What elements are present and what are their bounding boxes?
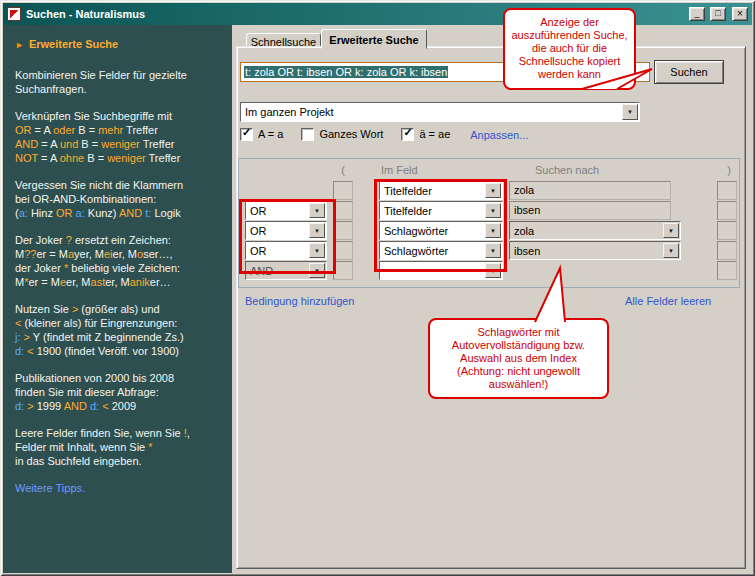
condition-row: OR ▼ Schlagwörter ▼ ibsen ▼ xyxy=(239,241,739,260)
open-paren-field[interactable] xyxy=(333,261,353,280)
condition-row: Titelfelder ▼ zola xyxy=(239,181,739,200)
help-text-block: Nutzen Sie > (größer als) und< (kleiner … xyxy=(15,302,222,358)
help-text-block: Verknüpfen Sie Suchbegriffe mitOR = A od… xyxy=(15,109,222,165)
app-icon xyxy=(7,7,21,21)
callout-index-note: Schlagwörter mit Autovervollständigung b… xyxy=(428,318,609,399)
check-icon: ✓ xyxy=(403,126,412,139)
dropdown-arrow-icon: ▼ xyxy=(309,263,325,278)
help-text-block: Leere Felder finden Sie, wenn Sie !,Feld… xyxy=(15,426,222,468)
field-select[interactable]: Titelfelder ▼ xyxy=(379,201,503,220)
dropdown-arrow-icon: ▼ xyxy=(663,243,679,258)
open-paren-field[interactable] xyxy=(333,181,353,200)
checkbox-whole-word[interactable]: ✓ Ganzes Wort xyxy=(301,128,383,141)
dropdown-arrow-icon: ▼ xyxy=(485,223,501,238)
arrow-right-icon: ► xyxy=(15,40,24,50)
field-select[interactable]: Titelfelder ▼ xyxy=(379,181,503,200)
checkbox-box: ✓ xyxy=(401,128,414,141)
checkbox-box: ✓ xyxy=(301,128,314,141)
tab-erweiterte-suche[interactable]: Erweiterte Suche xyxy=(321,29,427,49)
sidebar-heading-label: Erweiterte Suche xyxy=(29,38,118,50)
close-paren-field[interactable] xyxy=(717,221,737,240)
help-sidebar: ►Erweiterte Suche Kombinieren Sie Felder… xyxy=(3,25,232,573)
help-text-block: Kombinieren Sie Felder für gezielteSucha… xyxy=(15,68,222,96)
search-term-combo[interactable]: zola ▼ xyxy=(509,221,681,240)
scope-value: Im ganzen Projekt xyxy=(241,103,639,121)
search-button[interactable]: Suchen xyxy=(654,60,724,84)
help-text-block: Der Joker ? ersetzt ein Zeichen:M??er = … xyxy=(15,233,222,289)
operator-select[interactable]: OR ▼ xyxy=(245,201,327,220)
open-paren-field[interactable] xyxy=(333,221,353,240)
callout-query-note: Anzeige der auszuführenden Suche, die au… xyxy=(503,8,636,90)
dropdown-arrow-icon: ▼ xyxy=(309,223,325,238)
checkbox-case-insensitive[interactable]: ✓ A = a xyxy=(240,128,283,141)
help-text-block: Publikationen von 2000 bis 2008finden Si… xyxy=(15,371,222,413)
field-select[interactable]: Schlagwörter ▼ xyxy=(379,241,503,260)
titlebar: Suchen - Naturalismus _ □ × xyxy=(3,3,752,25)
condition-row: AND ▼ ▼ xyxy=(239,261,739,280)
checkbox-label: A = a xyxy=(258,128,283,141)
dropdown-arrow-icon: ▼ xyxy=(309,243,325,258)
dropdown-arrow-icon: ▼ xyxy=(622,104,638,120)
search-term-field[interactable]: ibsen xyxy=(509,201,671,220)
close-paren-field[interactable] xyxy=(717,181,737,200)
add-condition-link[interactable]: Bedingung hinzufügen xyxy=(245,295,354,307)
checkbox-label: ä = ae xyxy=(419,128,450,141)
close-paren-field[interactable] xyxy=(717,201,737,220)
search-query-text: t: zola OR t: ibsen OR k: zola OR k: ibs… xyxy=(244,66,448,78)
help-text-block: Vergessen Sie nicht die Klammernbei OR-A… xyxy=(15,178,222,220)
header-open-paren: ( xyxy=(331,164,355,176)
close-button[interactable]: × xyxy=(732,7,748,21)
checkbox-umlaut[interactable]: ✓ ä = ae xyxy=(401,128,450,141)
customize-link[interactable]: Anpassen... xyxy=(470,129,528,141)
field-select[interactable]: Schlagwörter ▼ xyxy=(379,221,503,240)
more-tips-link[interactable]: Weitere Tipps. xyxy=(15,481,222,495)
open-paren-field[interactable] xyxy=(333,241,353,260)
main-area: Schnellsuche Erweiterte Suche t: zola OR… xyxy=(232,25,752,573)
search-term-field[interactable]: zola xyxy=(509,181,671,200)
search-options-row: ✓ A = a ✓ Ganzes Wort ✓ ä = ae Anpassen.… xyxy=(240,127,528,142)
dropdown-arrow-icon: ▼ xyxy=(485,203,501,218)
maximize-button[interactable]: □ xyxy=(710,7,726,21)
check-icon: ✓ xyxy=(242,126,251,139)
dropdown-arrow-icon: ▼ xyxy=(485,263,501,278)
close-paren-field[interactable] xyxy=(717,241,737,260)
operator-select[interactable]: AND ▼ xyxy=(245,261,327,280)
dropdown-arrow-icon: ▼ xyxy=(309,203,325,218)
checkbox-box: ✓ xyxy=(240,128,253,141)
operator-select[interactable]: OR ▼ xyxy=(245,221,327,240)
dropdown-arrow-icon: ▼ xyxy=(663,223,679,238)
scope-select[interactable]: Im ganzen Projekt ▼ xyxy=(240,102,640,122)
app-window: Suchen - Naturalismus _ □ × ►Erweiterte … xyxy=(0,0,755,576)
dropdown-arrow-icon: ▼ xyxy=(485,243,501,258)
minimize-button[interactable]: _ xyxy=(689,7,705,21)
operator-select[interactable]: OR ▼ xyxy=(245,241,327,260)
header-im-feld: Im Feld xyxy=(381,164,418,176)
header-close-paren: ) xyxy=(717,164,741,176)
condition-row: OR ▼ Titelfelder ▼ ibsen xyxy=(239,201,739,220)
condition-row: OR ▼ Schlagwörter ▼ zola ▼ xyxy=(239,221,739,240)
dropdown-arrow-icon: ▼ xyxy=(485,183,501,198)
sidebar-heading: ►Erweiterte Suche xyxy=(15,37,222,52)
advanced-search-panel: t: zola OR t: ibsen OR k: zola OR k: ibs… xyxy=(236,46,746,569)
open-paren-field[interactable] xyxy=(333,201,353,220)
close-paren-field[interactable] xyxy=(717,261,737,280)
header-suchen-nach: Suchen nach xyxy=(535,164,599,176)
search-term-combo[interactable]: ibsen ▼ xyxy=(509,241,681,260)
field-select[interactable]: ▼ xyxy=(379,261,503,280)
checkbox-label: Ganzes Wort xyxy=(319,128,383,141)
conditions-grid: ( Im Feld Suchen nach ) Titelfelder ▼ zo… xyxy=(238,158,740,288)
clear-fields-link[interactable]: Alle Felder leeren xyxy=(625,295,711,307)
